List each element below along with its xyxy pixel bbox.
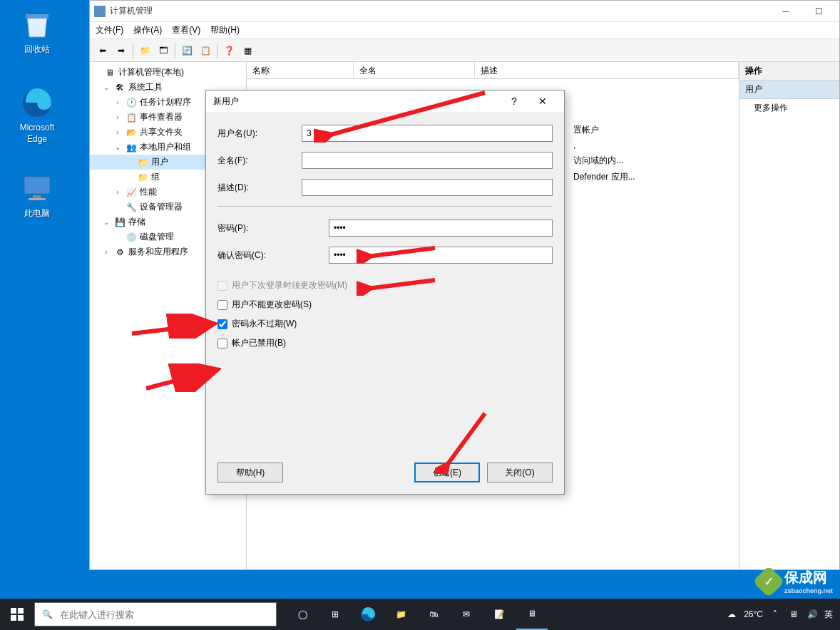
search-box[interactable]: 🔍	[34, 602, 277, 626]
svg-rect-1	[24, 177, 50, 194]
watermark-sub: zsbaocheng.net	[784, 587, 833, 594]
dialog-titlebar: 新用户 ? ✕	[206, 91, 564, 112]
folder-icon: 📁	[137, 157, 148, 168]
checkbox-cannot-change[interactable]	[217, 300, 227, 310]
network-icon[interactable]: 🖥	[787, 608, 800, 621]
device-icon: 🔧	[126, 202, 137, 213]
weather-icon[interactable]: ☁	[725, 608, 738, 621]
export-button[interactable]: 📋	[197, 42, 214, 59]
taskbar-explorer[interactable]: 📁	[385, 599, 416, 630]
help-button[interactable]: 帮助(H)	[217, 463, 283, 482]
menu-file[interactable]: 文件(F)	[96, 24, 123, 36]
task-view-button[interactable]: ◯	[287, 599, 318, 630]
watermark-logo-icon: ✓	[752, 565, 784, 597]
menu-help[interactable]: 帮助(H)	[210, 24, 240, 36]
column-desc[interactable]: 描述	[475, 62, 739, 78]
weather-temp[interactable]: 26°C	[744, 609, 763, 619]
folder-icon: 📂	[126, 127, 137, 138]
event-icon: 📋	[126, 112, 137, 123]
refresh-button[interactable]: 🔄	[178, 42, 195, 59]
fullname-label: 全名(F):	[217, 155, 302, 167]
username-input[interactable]	[302, 125, 553, 142]
checkbox-must-change[interactable]	[217, 281, 227, 291]
desktop-icon-label: 回收站	[9, 44, 66, 56]
forward-button[interactable]: ➡	[113, 42, 130, 59]
checkbox-label: 用户不能更改密码(S)	[232, 299, 312, 311]
confirm-password-input[interactable]	[329, 247, 553, 264]
app-icon	[94, 6, 106, 17]
close-button[interactable]: 关闭(O)	[487, 463, 553, 482]
svg-rect-12	[11, 615, 16, 621]
description-input[interactable]	[302, 179, 553, 196]
action-header: 操作	[739, 62, 839, 81]
search-input[interactable]	[60, 609, 269, 620]
volume-icon[interactable]: 🔊	[806, 608, 819, 621]
computer-icon: 🖥	[104, 67, 116, 78]
svg-rect-13	[18, 615, 24, 621]
computer-icon	[20, 171, 54, 205]
svg-rect-2	[33, 195, 41, 198]
svg-rect-10	[11, 608, 16, 614]
checkbox-account-disabled[interactable]	[217, 339, 227, 348]
back-button[interactable]: ⬅	[94, 42, 111, 59]
tools-icon: 🛠	[114, 82, 126, 93]
menubar: 文件(F) 操作(A) 查看(V) 帮助(H)	[90, 22, 839, 39]
column-fullname[interactable]: 全名	[354, 62, 475, 78]
perf-icon: 📈	[126, 187, 137, 198]
properties-button[interactable]: 🗔	[155, 42, 172, 59]
taskbar-mail[interactable]: ✉	[451, 599, 482, 630]
description-label: 描述(D):	[217, 182, 302, 194]
checkbox-label: 帐户已禁用(B)	[232, 337, 286, 349]
desktop-icon-edge[interactable]: Microsoft Edge	[9, 86, 66, 145]
desktop-icon-label: 此电脑	[9, 208, 66, 220]
tree-root[interactable]: 🖥计算机管理(本地)	[90, 65, 246, 80]
disk-icon: 💿	[126, 232, 137, 243]
svg-rect-11	[18, 608, 24, 614]
maximize-button[interactable]: ☐	[802, 1, 835, 22]
fullname-input[interactable]	[302, 152, 553, 169]
up-button[interactable]: 📁	[136, 42, 153, 59]
confirm-password-label: 确认密码(C):	[217, 249, 329, 262]
watermark-text: 保成网	[784, 568, 833, 587]
username-label: 用户名(U):	[217, 128, 302, 140]
clock-icon: 🕐	[126, 97, 137, 108]
menu-view[interactable]: 查看(V)	[172, 24, 200, 36]
taskbar-mmc[interactable]: 🖥	[516, 599, 548, 630]
checkbox-label: 用户下次登录时须更改密码(M)	[232, 279, 347, 291]
password-input[interactable]	[329, 220, 553, 237]
create-button[interactable]: 创建(E)	[414, 463, 480, 482]
titlebar: 计算机管理 ─ ☐	[90, 1, 839, 22]
checkbox-label: 密码永不过期(W)	[232, 318, 297, 330]
start-button[interactable]	[0, 599, 34, 630]
ime-indicator[interactable]: 英	[824, 609, 833, 621]
users-icon: 👥	[126, 142, 137, 153]
taskbar-notepad[interactable]: 📝	[483, 599, 515, 630]
recycle-bin-icon	[20, 7, 54, 41]
search-icon: 🔍	[42, 609, 53, 619]
tray-chevron[interactable]: ˄	[769, 608, 782, 621]
services-icon: ⚙	[114, 247, 126, 258]
menu-action[interactable]: 操作(A)	[133, 24, 162, 36]
desktop-icon-this-pc[interactable]: 此电脑	[9, 171, 66, 220]
password-label: 密码(P):	[217, 222, 329, 234]
desktop-icon-recycle-bin[interactable]: 回收站	[9, 7, 66, 56]
action-group[interactable]: 用户	[739, 81, 839, 99]
view-button[interactable]: ▦	[239, 42, 256, 59]
taskbar-store[interactable]: 🛍	[418, 599, 449, 630]
desktop-icon-label: Microsoft Edge	[9, 123, 66, 145]
new-user-dialog: 新用户 ? ✕ 用户名(U): 全名(F): 描述(D): 密码(P):	[205, 90, 565, 495]
dialog-close-button[interactable]: ✕	[528, 95, 557, 107]
toolbar: ⬅ ➡ 📁 🗔 🔄 📋 ❓ ▦	[90, 39, 839, 62]
task-view-button[interactable]: ⊞	[319, 599, 351, 630]
minimize-button[interactable]: ─	[769, 1, 802, 22]
taskbar-edge[interactable]	[352, 599, 384, 630]
dialog-help-button[interactable]: ?	[500, 95, 528, 107]
help-button[interactable]: ❓	[220, 42, 237, 59]
column-name[interactable]: 名称	[247, 62, 354, 78]
edge-icon	[20, 86, 54, 120]
list-header: 名称 全名 描述	[247, 62, 739, 79]
dialog-title: 新用户	[213, 95, 500, 108]
checkbox-never-expire[interactable]	[217, 319, 227, 329]
action-more[interactable]: 更多操作	[739, 99, 839, 117]
svg-rect-3	[29, 198, 46, 200]
